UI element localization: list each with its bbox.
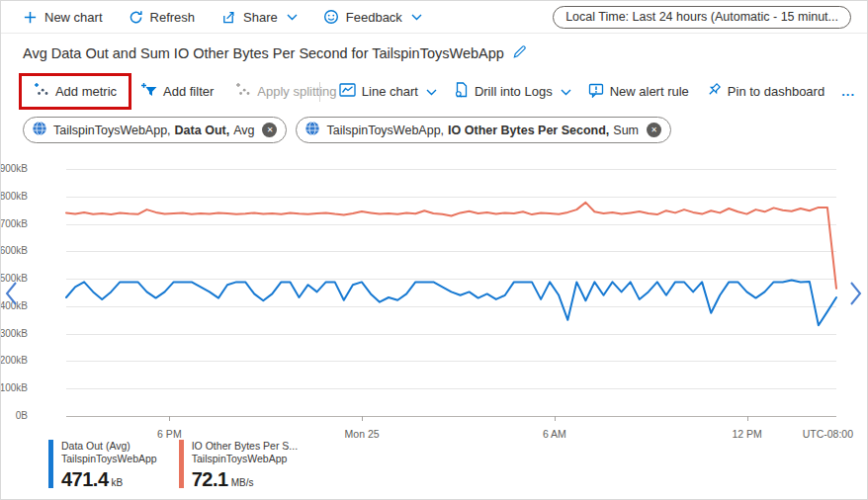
pill-metric: Data Out,	[175, 124, 230, 137]
highlight-box: Add metric	[19, 73, 131, 110]
chevron-down-icon	[426, 84, 437, 99]
chevron-down-icon	[561, 84, 571, 99]
legend-item-data-out[interactable]: Data Out (Avg) TailspinToysWebApp 471.4k…	[48, 440, 157, 492]
smiley-icon	[323, 9, 339, 25]
chart-type-label: Line chart	[362, 84, 418, 99]
logs-document-icon	[454, 82, 469, 101]
add-metric-icon	[34, 82, 49, 101]
top-toolbar: New chart Refresh Share Feedback	[1, 1, 867, 34]
series-line-1	[66, 203, 836, 289]
y-axis-tick-label: 300kB	[0, 328, 28, 339]
metrics-chart: 900kB800kB700kB600kB500kB400kB300kB200kB…	[1, 159, 868, 446]
series-line-0	[66, 281, 836, 326]
refresh-label: Refresh	[150, 10, 196, 25]
refresh-icon	[129, 10, 143, 25]
filter-icon	[141, 82, 157, 101]
scroll-right-chevron-icon[interactable]	[849, 281, 862, 310]
more-commands-button[interactable]: ...	[841, 84, 855, 99]
chart-command-bar: Add metric Add filter Apply splitting	[1, 73, 867, 110]
x-axis-tick-label: Mon 25	[345, 428, 380, 440]
chart-title: Avg Data Out and Sum IO Other Bytes Per …	[23, 45, 504, 61]
y-axis-tick-label: 700kB	[0, 218, 28, 229]
new-chart-button[interactable]: New chart	[23, 10, 103, 25]
legend-resource-name: TailspinToysWebApp	[61, 453, 157, 465]
chart-legend: Data Out (Avg) TailspinToysWebApp 471.4k…	[48, 440, 298, 492]
pin-icon	[706, 82, 722, 101]
x-axis-tick	[169, 416, 170, 421]
legend-latest-value: 471.4	[61, 468, 109, 490]
add-filter-button[interactable]: Add filter	[141, 82, 214, 101]
x-axis-tick	[362, 416, 363, 421]
legend-unit: kB	[112, 477, 124, 488]
legend-color-bar	[179, 440, 184, 488]
y-axis-tick-label: 600kB	[0, 245, 28, 256]
pill-aggregation: Sum	[613, 124, 639, 137]
pill-aggregation: Avg	[233, 124, 254, 137]
chart-type-dropdown[interactable]: Line chart	[339, 83, 437, 101]
feedback-button[interactable]: Feedback	[323, 9, 422, 25]
chevron-down-icon	[411, 14, 422, 21]
webapp-globe-icon	[32, 121, 47, 139]
refresh-button[interactable]: Refresh	[129, 10, 196, 25]
legend-item-io-other-bytes[interactable]: IO Other Bytes Per S... TailspinToysWebA…	[179, 440, 298, 492]
timezone-label: UTC-08:00	[803, 428, 853, 440]
apply-splitting-icon	[235, 82, 251, 101]
remove-metric-icon[interactable]: ✕	[262, 123, 277, 137]
x-axis-tick-label: 6 PM	[157, 428, 182, 440]
add-metric-button[interactable]: Add metric	[34, 82, 117, 101]
new-alert-rule-label: New alert rule	[610, 84, 689, 99]
y-axis-tick-label: 0B	[0, 410, 28, 421]
new-alert-rule-button[interactable]: New alert rule	[588, 83, 689, 101]
y-axis-tick-label: 900kB	[0, 163, 28, 174]
webapp-globe-icon	[304, 121, 320, 139]
alert-icon	[588, 83, 604, 101]
toolbar-separator	[319, 82, 320, 102]
legend-resource-name: TailspinToysWebApp	[192, 453, 298, 465]
metrics-explorer: New chart Refresh Share Feedback	[0, 0, 868, 500]
remove-metric-icon[interactable]: ✕	[647, 123, 661, 137]
plus-icon	[23, 10, 38, 25]
x-axis-tick	[555, 416, 556, 421]
metric-pill-data-out[interactable]: TailspinToysWebApp,Data Out,Avg ✕	[23, 117, 287, 143]
new-chart-label: New chart	[44, 10, 103, 25]
line-chart-icon	[339, 83, 356, 101]
gridline	[66, 416, 836, 417]
legend-series-name: IO Other Bytes Per S...	[192, 440, 298, 453]
pill-metric: IO Other Bytes Per Second,	[448, 124, 609, 137]
drill-into-logs-dropdown[interactable]: Drill into Logs	[454, 82, 571, 101]
ellipsis-icon: ...	[841, 84, 855, 99]
time-range-picker[interactable]: Local Time: Last 24 hours (Automatic - 1…	[553, 6, 851, 29]
feedback-label: Feedback	[346, 10, 402, 25]
chevron-down-icon	[287, 14, 298, 21]
drill-into-logs-label: Drill into Logs	[475, 84, 553, 99]
legend-unit: MB/s	[231, 477, 254, 488]
y-axis-tick-label: 800kB	[0, 191, 28, 202]
metric-pills: TailspinToysWebApp,Data Out,Avg ✕ Tailsp…	[23, 117, 671, 143]
edit-pencil-icon[interactable]	[512, 44, 527, 62]
legend-latest-value: 72.1	[192, 468, 228, 490]
pin-to-dashboard-button[interactable]: Pin to dashboard	[706, 82, 825, 101]
share-icon	[220, 10, 236, 25]
chart-series-svg	[66, 169, 836, 416]
legend-series-name: Data Out (Avg)	[61, 440, 157, 453]
share-label: Share	[243, 10, 278, 25]
metric-pill-io-other-bytes[interactable]: TailspinToysWebApp,IO Other Bytes Per Se…	[296, 117, 671, 143]
legend-color-bar	[48, 440, 53, 488]
y-axis-tick-label: 200kB	[0, 355, 28, 366]
x-axis-tick-label: 12 PM	[732, 428, 761, 440]
share-button[interactable]: Share	[220, 10, 298, 25]
x-axis-tick-label: 6 AM	[543, 428, 566, 440]
pill-resource: TailspinToysWebApp,	[326, 124, 444, 137]
x-axis-tick	[747, 416, 748, 421]
add-metric-label: Add metric	[55, 84, 117, 99]
scroll-left-chevron-icon[interactable]	[5, 281, 18, 310]
y-axis-tick-label: 100kB	[0, 382, 28, 393]
pill-resource: TailspinToysWebApp,	[53, 124, 171, 137]
chart-plot-area: 900kB800kB700kB600kB500kB400kB300kB200kB…	[66, 169, 836, 416]
pin-to-dashboard-label: Pin to dashboard	[728, 84, 825, 99]
add-filter-label: Add filter	[163, 84, 214, 99]
